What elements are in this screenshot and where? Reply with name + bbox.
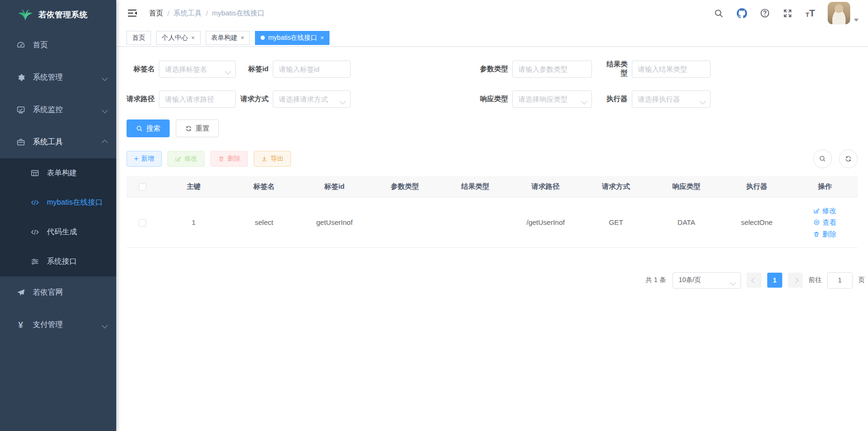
edit-button[interactable]: 修改 [167, 151, 205, 167]
page-size-select[interactable]: 10条/页 [673, 272, 741, 289]
tab-home[interactable]: 首页 [127, 31, 151, 45]
column-header-id: 主键 [158, 176, 229, 197]
close-icon[interactable]: × [191, 34, 195, 41]
row-delete-label: 删除 [822, 229, 836, 239]
refresh-table-button[interactable] [839, 149, 858, 168]
search-icon [136, 125, 143, 132]
prev-page-button[interactable] [747, 273, 762, 288]
filter-response-type: 响应类型 [478, 90, 592, 108]
response-type-select[interactable] [512, 90, 592, 108]
sidebar-item-payment-management[interactable]: ¥ 支付管理 [0, 309, 116, 341]
cell-method: GET [581, 197, 651, 247]
breadcrumb-home[interactable]: 首页 [149, 9, 163, 18]
breadcrumb-current: mybatis在线接口 [212, 9, 264, 18]
response-type-select-input[interactable] [512, 90, 592, 108]
sidebar-item-home[interactable]: 首页 [0, 29, 116, 61]
page-number-button[interactable]: 1 [767, 273, 782, 288]
result-type-field[interactable] [632, 60, 711, 78]
reset-button[interactable]: 重置 [176, 119, 219, 137]
breadcrumb-section: 系统工具 [173, 9, 202, 18]
sidebar-item-form-builder[interactable]: 表单构建 [0, 158, 116, 188]
add-button[interactable]: + 新增 [127, 151, 162, 167]
column-header-executor: 执行器 [722, 176, 792, 197]
tab-profile[interactable]: 个人中心 × [156, 31, 201, 45]
path-input[interactable] [159, 90, 236, 108]
cell-response-type: DATA [651, 197, 721, 247]
method-select[interactable] [273, 90, 351, 108]
add-button-label: 新增 [141, 155, 154, 163]
filter-row-1: 标签名 标签id 参数类型 [127, 60, 858, 78]
filter-actions: 搜索 重置 [127, 119, 858, 137]
main-area: 首页 / 系统工具 / mybatis在线接口 TT [116, 0, 868, 431]
sidebar-item-mybatis-online-api[interactable]: mybatis在线接口 [0, 188, 116, 217]
toggle-search-button[interactable] [813, 149, 832, 168]
tag-name-select[interactable] [159, 60, 236, 78]
sliders-icon [30, 257, 39, 267]
param-type-input[interactable] [512, 60, 592, 78]
tag-id-input[interactable] [273, 60, 351, 78]
row-delete-link[interactable]: 删除 [813, 229, 836, 239]
plus-icon: + [134, 155, 138, 163]
export-button[interactable]: 导出 [254, 151, 291, 167]
cell-actions: 修改 查看 [792, 197, 858, 247]
chevron-down-icon [341, 97, 345, 105]
next-page-button[interactable] [788, 273, 803, 288]
result-type-input[interactable] [632, 60, 711, 78]
sidebar-item-system-api[interactable]: 系统接口 [0, 247, 116, 276]
field-label: 请求方式 [240, 95, 269, 104]
field-label: 请求路径 [127, 95, 155, 104]
tab-label: 个人中心 [162, 34, 188, 42]
sidebar-item-system-monitor[interactable]: 系统监控 [0, 94, 116, 126]
search-button-label: 搜索 [146, 124, 160, 133]
app-root: 若依管理系统 首页 系统管理 系统监控 [0, 0, 868, 431]
refresh-icon [845, 155, 852, 163]
goto-page-input[interactable] [827, 272, 853, 289]
yen-icon: ¥ [16, 320, 25, 330]
select-all-checkbox[interactable] [139, 183, 146, 191]
chevron-down-icon [103, 74, 107, 82]
row-edit-link[interactable]: 修改 [813, 206, 836, 216]
paper-plane-icon [16, 288, 25, 297]
tab-mybatis-online-api[interactable]: mybatis在线接口 × [255, 31, 329, 45]
filter-tag-name: 标签名 [127, 60, 236, 78]
search-icon[interactable] [714, 8, 724, 18]
github-icon[interactable] [737, 8, 747, 18]
avatar[interactable] [828, 2, 850, 24]
logo[interactable]: 若依管理系统 [0, 0, 116, 29]
delete-button[interactable]: 删除 [210, 151, 248, 167]
search-button[interactable]: 搜索 [127, 119, 170, 137]
close-icon[interactable]: × [241, 34, 245, 41]
row-view-link[interactable]: 查看 [813, 217, 837, 228]
monitor-icon [16, 105, 25, 115]
executor-select-input[interactable] [632, 90, 711, 108]
sidebar-item-code-generation[interactable]: 代码生成 [0, 217, 116, 247]
tag-id-field[interactable] [273, 60, 351, 78]
fullscreen-icon[interactable] [783, 8, 793, 18]
sidebar-submenu-system-tools: 表单构建 mybatis在线接口 代码生成 [0, 158, 116, 276]
path-field[interactable] [159, 90, 236, 108]
sidebar-collapse-icon[interactable] [127, 7, 138, 19]
column-header-result-type: 结果类型 [440, 176, 510, 197]
tab-form-builder[interactable]: 表单构建 × [206, 31, 250, 45]
chevron-down-icon [103, 106, 107, 114]
user-menu[interactable] [828, 2, 859, 24]
search-icon [819, 155, 826, 163]
sidebar-item-system-tools[interactable]: 系统工具 [0, 126, 116, 158]
row-checkbox[interactable] [139, 219, 146, 227]
help-icon[interactable] [760, 8, 770, 18]
row-select-cell [127, 197, 158, 247]
field-label: 结果类型 [600, 60, 628, 78]
trash-icon [813, 231, 820, 238]
sidebar-menu: 首页 系统管理 系统监控 系统工具 [0, 29, 116, 341]
tag-name-select-input[interactable] [159, 60, 236, 78]
sidebar-item-system-management[interactable]: 系统管理 [0, 61, 116, 94]
text-size-icon[interactable]: TT [806, 8, 815, 18]
method-select-input[interactable] [273, 90, 351, 108]
trash-icon [218, 156, 224, 162]
goto-page-field[interactable] [827, 272, 853, 289]
param-type-field[interactable] [512, 60, 592, 78]
sidebar-item-ruoyi-website[interactable]: 若依官网 [0, 276, 116, 309]
breadcrumb-separator: / [206, 9, 208, 17]
executor-select[interactable] [632, 90, 711, 108]
close-icon[interactable]: × [320, 34, 324, 41]
